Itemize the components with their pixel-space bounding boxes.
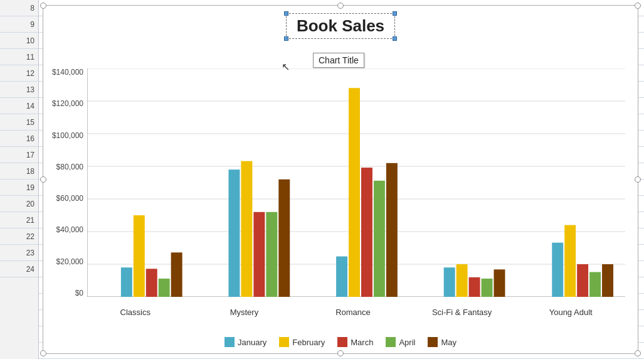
chart-svg: [87, 68, 625, 297]
title-handle-bl[interactable]: [284, 36, 288, 41]
svg-rect-31: [577, 264, 588, 297]
y-label-140k: $140,000: [52, 68, 83, 76]
title-handle-tr[interactable]: [393, 11, 397, 16]
legend-swatch-april: [386, 337, 396, 347]
legend-label-march: March: [351, 338, 373, 347]
svg-rect-32: [589, 272, 601, 297]
x-label-mystery: Mystery: [190, 308, 299, 317]
row-num-10: 10: [0, 33, 38, 49]
row-num-9: 9: [0, 16, 38, 33]
svg-rect-21: [361, 168, 372, 297]
row-num-8: 8: [0, 0, 38, 16]
y-label-80k: $80,000: [56, 163, 83, 171]
handle-top-center[interactable]: [337, 3, 344, 9]
handle-top-left[interactable]: [40, 3, 46, 9]
title-handle-tl[interactable]: [284, 11, 288, 16]
chart-title-box[interactable]: Book Sales: [286, 13, 395, 39]
legend-label-february: February: [292, 338, 325, 347]
row-num-18: 18: [0, 163, 38, 180]
legend-swatch-february: [279, 337, 289, 347]
svg-rect-12: [159, 279, 170, 297]
svg-rect-29: [552, 243, 563, 297]
x-label-youngadult: Young Adult: [516, 308, 625, 317]
svg-rect-14: [228, 169, 240, 297]
y-axis: $140,000 $120,000 $100,000 $80,000 $60,0…: [43, 68, 87, 297]
y-label-0: $0: [75, 289, 83, 297]
svg-rect-30: [564, 225, 576, 297]
svg-rect-15: [241, 161, 252, 297]
svg-rect-33: [602, 264, 613, 297]
y-label-40k: $40,000: [56, 226, 83, 233]
svg-rect-26: [469, 277, 480, 297]
handle-top-right[interactable]: [635, 3, 641, 9]
legend-item-april: April: [386, 337, 415, 347]
svg-rect-20: [349, 88, 360, 297]
handle-middle-left[interactable]: [40, 176, 46, 183]
row-num-22: 22: [0, 228, 38, 245]
handle-bottom-left[interactable]: [40, 350, 46, 356]
x-label-romance: Romance: [298, 308, 408, 317]
svg-rect-19: [336, 257, 347, 297]
handle-bottom-center[interactable]: [337, 350, 344, 356]
legend-item-february: February: [279, 337, 325, 347]
row-num-17: 17: [0, 147, 38, 163]
legend-swatch-january: [224, 337, 235, 347]
row-num-23: 23: [0, 245, 38, 261]
row-num-21: 21: [0, 212, 38, 228]
handle-bottom-right[interactable]: [635, 350, 641, 356]
chart-legend: January February March April May: [43, 337, 638, 347]
y-label-100k: $100,000: [52, 132, 83, 139]
svg-rect-17: [266, 212, 277, 297]
handle-middle-right[interactable]: [635, 176, 641, 183]
chart-title-tooltip: Chart Title: [313, 53, 364, 68]
legend-label-may: May: [441, 338, 457, 347]
svg-rect-13: [171, 252, 182, 297]
svg-rect-23: [386, 163, 398, 297]
row-num-15: 15: [0, 114, 38, 131]
row-num-16: 16: [0, 131, 38, 147]
x-label-classics: Classics: [81, 308, 190, 317]
svg-rect-22: [374, 181, 385, 297]
y-label-60k: $60,000: [56, 195, 83, 202]
svg-rect-18: [278, 180, 290, 297]
legend-item-january: January: [224, 337, 267, 347]
svg-rect-10: [134, 215, 145, 297]
legend-item-may: May: [428, 337, 457, 347]
row-numbers: 8 9 10 11 12 13 14 15 16 17 18 19 20 21 …: [0, 0, 39, 359]
row-num-19: 19: [0, 180, 38, 196]
svg-rect-27: [482, 279, 493, 297]
row-num-11: 11: [0, 49, 38, 65]
y-label-120k: $120,000: [52, 100, 83, 107]
svg-rect-16: [253, 212, 265, 297]
svg-rect-28: [494, 269, 505, 297]
svg-rect-11: [146, 269, 157, 297]
x-axis-labels: Classics Mystery Romance Sci-Fi & Fantas…: [81, 308, 625, 317]
row-num-12: 12: [0, 65, 38, 82]
legend-swatch-may: [428, 337, 438, 347]
svg-rect-25: [457, 264, 468, 297]
chart-container[interactable]: Book Sales ↖ Chart Title $140,000 $120,0…: [43, 5, 638, 354]
svg-rect-9: [121, 267, 132, 297]
chart-title-text: Book Sales: [297, 16, 384, 35]
row-num-13: 13: [0, 82, 38, 98]
row-num-24: 24: [0, 261, 38, 277]
svg-rect-24: [444, 267, 455, 297]
legend-label-april: April: [399, 338, 415, 347]
legend-item-march: March: [337, 337, 373, 347]
row-num-14: 14: [0, 98, 38, 114]
chart-title-area: Book Sales: [43, 13, 638, 39]
cursor-icon: ↖: [282, 61, 290, 73]
legend-swatch-march: [337, 337, 347, 347]
y-label-20k: $20,000: [56, 258, 83, 265]
x-label-scifi: Sci-Fi & Fantasy: [408, 308, 517, 317]
legend-label-january: January: [238, 338, 267, 347]
row-num-20: 20: [0, 196, 38, 212]
title-handle-br[interactable]: [393, 36, 397, 41]
